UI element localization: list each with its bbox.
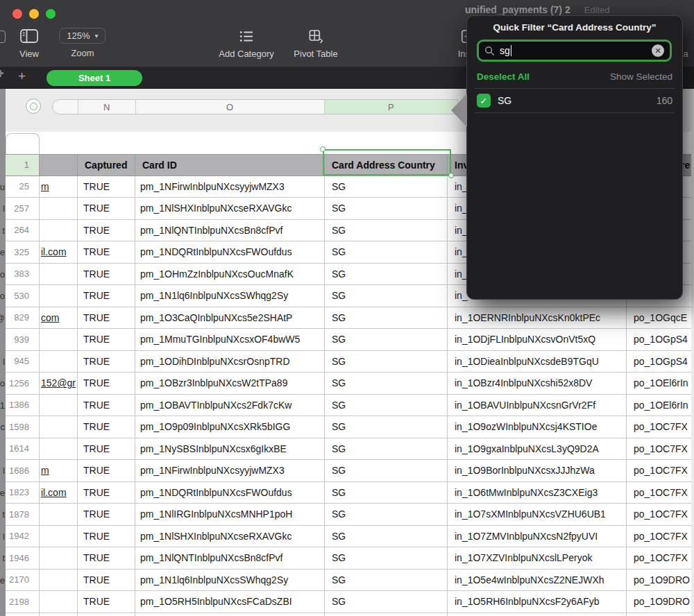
email-cell-clipped[interactable] bbox=[40, 416, 78, 438]
payout-cell[interactable]: po_1OEl6rIn bbox=[627, 395, 691, 416]
country-cell[interactable]: SG bbox=[325, 351, 448, 373]
show-selected-link[interactable]: Show Selected bbox=[610, 71, 672, 82]
email-cell-clipped[interactable]: com bbox=[40, 307, 78, 329]
country-cell[interactable]: SG bbox=[325, 591, 448, 613]
email-cell-clipped[interactable]: m bbox=[40, 176, 78, 198]
card-id-cell[interactable]: pm_1N1lq6InblpuNXcsSWhqg2Sy bbox=[135, 285, 325, 307]
card-id-cell[interactable] bbox=[135, 613, 325, 616]
payout-cell[interactable]: po_1OC7FX bbox=[627, 504, 691, 525]
row-number-cell[interactable]: 1598 bbox=[6, 416, 40, 438]
email-cell-clipped[interactable] bbox=[40, 264, 78, 285]
captured-cell[interactable]: TRUE bbox=[78, 526, 135, 547]
fullscreen-button[interactable] bbox=[46, 9, 56, 19]
payout-cell[interactable]: po_1OGpS4 bbox=[627, 351, 691, 373]
filter-search-input[interactable]: sg ✕ bbox=[477, 40, 672, 62]
deselect-all-link[interactable]: Deselect All bbox=[477, 71, 530, 82]
email-cell-clipped[interactable] bbox=[40, 613, 78, 616]
captured-cell[interactable]: TRUE bbox=[78, 591, 135, 613]
payout-cell[interactable]: po_1OGqcE bbox=[627, 307, 691, 329]
card-id-cell[interactable]: pm_1NDQRtInblpuNXcsFWOufdus bbox=[135, 241, 325, 263]
card-id-cell[interactable]: pm_1NySBSInblpuNXcsx6gIkxBE bbox=[135, 438, 325, 460]
country-cell[interactable]: SG bbox=[325, 220, 448, 241]
card-id-cell[interactable]: pm_1NlSHXInblpuNXcseRXAVGkc bbox=[135, 198, 325, 219]
card-id-cell[interactable]: pm_1O9p09InblpuNXcsXRk5bIGG bbox=[135, 416, 325, 438]
email-cell-clipped[interactable] bbox=[40, 329, 78, 350]
email-cell-clipped[interactable] bbox=[40, 351, 78, 373]
zoom-dropdown[interactable]: 125% ▾ bbox=[59, 28, 105, 44]
card-id-cell[interactable]: pm_1O3CaQInblpuNXcs5e2SHAtP bbox=[135, 307, 325, 329]
country-cell[interactable]: SG bbox=[325, 570, 448, 591]
row-number-cell[interactable]: 1386 bbox=[6, 395, 40, 416]
payout-cell[interactable]: po_1O9DRO bbox=[627, 570, 691, 591]
invoice-cell[interactable]: in_1O7ZMVInblpuNXcsN2fpyUVI bbox=[448, 526, 627, 547]
card-address-country-column-header[interactable]: Card Address Country bbox=[325, 155, 448, 176]
invoice-cell[interactable]: in_1OBzr4InblpuNXcshi52x8DV bbox=[448, 373, 627, 394]
row-number-cell[interactable]: 264 bbox=[6, 220, 40, 241]
column-letter-o[interactable]: O bbox=[136, 100, 325, 114]
card-id-cell[interactable]: pm_1NlQNTInblpuNXcsBn8cfPvf bbox=[135, 220, 325, 241]
row-number-cell[interactable]: 1823 bbox=[6, 482, 40, 504]
row-number-cell[interactable]: 1946 bbox=[6, 547, 40, 569]
row-number-cell[interactable]: 945 bbox=[6, 351, 40, 373]
email-cell-clipped[interactable] bbox=[40, 220, 78, 241]
email-cell-clipped[interactable]: m bbox=[40, 460, 78, 481]
country-cell[interactable]: SG bbox=[325, 329, 448, 350]
invoice-cell[interactable]: in_1O7XZVInblpuNXcslLPeryok bbox=[448, 547, 627, 569]
row-number-cell[interactable]: 325 bbox=[6, 241, 40, 263]
country-cell[interactable]: SG bbox=[325, 416, 448, 438]
column-letter-p-selected[interactable]: P bbox=[325, 100, 457, 114]
invoice-cell[interactable]: in_1OERNRInblpuNXcsKn0ktPEc bbox=[448, 307, 627, 329]
invoice-cell[interactable]: in_1O5e4wInblpuNXcsZ2NEJWXh bbox=[448, 570, 627, 591]
row-number-cell[interactable]: 1256 bbox=[6, 373, 40, 394]
country-cell[interactable]: SG bbox=[325, 264, 448, 285]
row-number-header[interactable]: 1 bbox=[6, 155, 40, 176]
clear-search-button[interactable]: ✕ bbox=[652, 44, 664, 57]
invoice-cell[interactable]: in_1OBAVUInblpuNXcsnGrVr2Ff bbox=[448, 395, 627, 416]
payout-cell[interactable]: po_1O9DRO bbox=[627, 591, 691, 613]
captured-cell[interactable]: TRUE bbox=[78, 264, 135, 285]
card-id-cell[interactable]: pm_1OHmZzInblpuNXcsOucMnafK bbox=[135, 264, 325, 285]
captured-cell[interactable]: TRUE bbox=[78, 504, 135, 525]
payout-cell[interactable]: po_1OGpS4 bbox=[627, 329, 691, 350]
row-number-cell[interactable]: 2198 bbox=[6, 591, 40, 613]
captured-cell[interactable]: TRUE bbox=[78, 198, 135, 219]
zoom-control[interactable]: 125% ▾ Zoom bbox=[59, 0, 105, 58]
captured-cell[interactable]: TRUE bbox=[78, 329, 135, 350]
country-cell[interactable]: SG bbox=[325, 176, 448, 198]
row-number-cell[interactable] bbox=[6, 613, 40, 616]
column-letter-n[interactable]: N bbox=[78, 100, 136, 114]
row-number-cell[interactable]: 530 bbox=[6, 285, 40, 307]
payout-cell[interactable]: po_1OEl6rIn bbox=[627, 373, 691, 394]
payout-cell[interactable]: po_1OC7FX bbox=[627, 547, 691, 569]
checkbox-checked[interactable]: ✓ bbox=[477, 94, 491, 108]
country-cell[interactable]: SG bbox=[325, 373, 448, 394]
country-cell[interactable]: SG bbox=[325, 395, 448, 416]
view-button[interactable]: View bbox=[19, 0, 39, 59]
email-cell-clipped[interactable] bbox=[40, 526, 78, 547]
card-id-cell[interactable]: pm_1NlSHXInblpuNXcseRXAVGkc bbox=[135, 526, 325, 547]
card-id-cell[interactable]: pm_1NFirwInblpuNXcsyyjwMZX3 bbox=[135, 176, 325, 198]
row-number-cell[interactable]: 829 bbox=[6, 307, 40, 329]
captured-cell[interactable]: TRUE bbox=[78, 373, 135, 394]
row-number-cell[interactable]: 1686 bbox=[6, 460, 40, 481]
captured-cell[interactable]: TRUE bbox=[78, 570, 135, 591]
email-cell-clipped[interactable]: il.com bbox=[40, 241, 78, 263]
email-cell-clipped[interactable]: il.com bbox=[40, 482, 78, 504]
captured-cell[interactable]: TRUE bbox=[78, 220, 135, 241]
email-cell-clipped[interactable] bbox=[40, 547, 78, 569]
captured-cell[interactable]: TRUE bbox=[78, 307, 135, 329]
country-cell[interactable]: SG bbox=[325, 460, 448, 481]
row-number-cell[interactable]: 383 bbox=[6, 264, 40, 285]
pivot-table-button[interactable]: Pivot Table bbox=[294, 0, 337, 59]
row-number-cell[interactable]: 1878 bbox=[6, 504, 40, 525]
invoice-cell[interactable]: in_1O9BorInblpuNXcsxJJJhzWa bbox=[448, 460, 627, 481]
tab-sheet-1[interactable]: Sheet 1 bbox=[46, 70, 142, 86]
row-number-cell[interactable]: 1942 bbox=[6, 526, 40, 547]
card-id-column-header[interactable]: Card ID bbox=[135, 155, 325, 176]
country-cell[interactable]: SG bbox=[325, 504, 448, 525]
captured-column-header[interactable]: Captured bbox=[78, 155, 135, 176]
captured-cell[interactable]: TRUE bbox=[78, 547, 135, 569]
email-cell-clipped[interactable]: 152@gr bbox=[40, 373, 78, 394]
row-number-cell[interactable]: 257 bbox=[6, 198, 40, 219]
card-id-cell[interactable]: pm_1NDQRtInblpuNXcsFWOufdus bbox=[135, 482, 325, 504]
